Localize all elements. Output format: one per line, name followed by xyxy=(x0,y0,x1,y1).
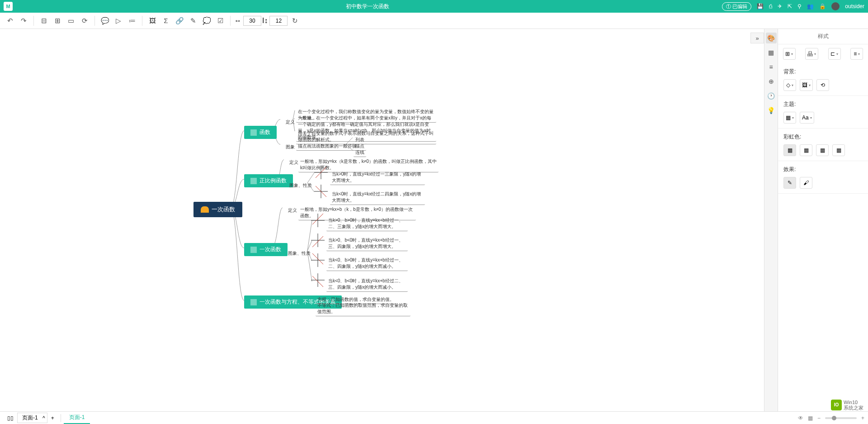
title-bar: M 初中数学一次函数 ① 已编辑 💾 ⎙ ✈ ⇱ ⚲ 👥 🔒 outsider xyxy=(0,0,868,13)
leaf-node[interactable]: 不等式：已知函数的取值范围，求自变量的取值范围。 xyxy=(316,301,410,316)
outline-tab-icon[interactable]: ≡ xyxy=(766,62,777,72)
theme-color-button[interactable]: ▦ xyxy=(783,112,796,124)
leaf-node[interactable]: 当k<0、b>0时，直线y=kx+b经过一、二、四象限，y随x的增大而减小。 xyxy=(326,256,408,271)
leaf-node[interactable]: 当k<0、b<0时，直线y=kx+b经过二、三、四象限，y随x的增大而减小。 xyxy=(326,277,408,292)
effect-label: 效果: xyxy=(783,166,863,173)
lock-icon[interactable]: 🔒 xyxy=(819,3,826,10)
width-icon: ↔ xyxy=(234,17,241,25)
branch-label: 函数 xyxy=(259,129,270,136)
background-label: 背景: xyxy=(783,68,863,76)
structure-button[interactable]: 品 xyxy=(805,48,818,60)
share-icon[interactable]: ⚲ xyxy=(797,3,802,10)
canvas[interactable]: 一次函数 函数 定义 在一个变化过程中，我们称数值变化的量为变量，数值始终不变的… xyxy=(0,29,778,411)
preview-icon[interactable]: 👁 xyxy=(798,415,803,421)
collaborate-icon[interactable]: 👥 xyxy=(807,3,814,10)
rainbow-opt-3[interactable]: ▦ xyxy=(816,144,829,156)
leaf-node[interactable]: 当k<0时，直线y=kx经过二四象限，y随x的增大而增大。 xyxy=(330,190,425,205)
rainbow-label: 彩虹色: xyxy=(783,133,863,141)
rainbow-opt-4[interactable]: ▦ xyxy=(832,144,845,156)
width-field[interactable] xyxy=(243,16,261,26)
branch-node[interactable]: 一次函数 xyxy=(244,243,288,256)
bg-reset-button[interactable]: ⟲ xyxy=(816,79,829,91)
watermark-logo-icon: IO xyxy=(831,400,842,410)
relationship-button[interactable]: ⟳ xyxy=(78,14,91,27)
mindmap: 一次函数 函数 定义 在一个变化过程中，我们称数值变化的量为变量，数值始终不变的… xyxy=(0,29,778,411)
subtopic-button[interactable]: ⊟ xyxy=(38,14,50,27)
leaf-node[interactable]: 当k>0、b>0时，直线y=kx+b经过一、二、三象限，y随x的增大而增大。 xyxy=(326,216,408,231)
page-tab[interactable]: 页面-1 xyxy=(64,412,90,424)
leaf-node[interactable]: 当k>0、b<0时，直线y=kx+b经过一、三、四象限，y随x的增大而增大。 xyxy=(326,236,408,251)
export-icon[interactable]: ⎙ xyxy=(769,3,772,10)
effect-brush-button[interactable]: 🖌 xyxy=(800,177,812,189)
branch-node[interactable]: 函数 xyxy=(244,126,277,139)
root-node[interactable]: 一次函数 xyxy=(193,202,242,217)
history-tab-icon[interactable]: 🕐 xyxy=(766,91,777,101)
layout-button[interactable]: ⊞ xyxy=(783,48,796,60)
undo-button[interactable]: ↶ xyxy=(4,14,16,27)
rainbow-opt-1[interactable]: ▦ xyxy=(783,144,796,156)
redo-button[interactable]: ↷ xyxy=(17,14,30,27)
task-button[interactable]: ☑ xyxy=(214,14,226,27)
main-area: 一次函数 函数 定义 在一个变化过程中，我们称数值变化的量为变量，数值始终不变的… xyxy=(0,29,868,411)
send-icon[interactable]: ✈ xyxy=(778,3,782,10)
summary-button[interactable]: ≔ xyxy=(126,14,138,27)
link-button[interactable]: 🔗 xyxy=(173,14,186,27)
bg-color-button[interactable]: ◇ xyxy=(783,79,796,91)
refresh-button[interactable]: ↻ xyxy=(288,14,301,27)
graph-thumb-icon xyxy=(314,166,328,179)
rainbow-opt-2[interactable]: ▦ xyxy=(800,144,812,156)
icons-tab-icon[interactable]: ⊕ xyxy=(766,76,777,87)
canvas-tab-icon[interactable]: ▦ xyxy=(766,47,777,58)
branch-icon xyxy=(250,129,257,136)
bg-image-button[interactable]: 🖼 xyxy=(800,79,813,91)
child-label[interactable]: 图象、性质 xyxy=(285,181,316,191)
save-icon[interactable]: 💾 xyxy=(757,3,764,10)
username[interactable]: outsider xyxy=(845,3,864,10)
collapse-panel-button[interactable]: » xyxy=(750,33,764,43)
comment-button[interactable]: 💭 xyxy=(200,14,213,27)
effect-pen-button[interactable]: ✎ xyxy=(783,177,796,189)
note-button[interactable]: ✎ xyxy=(187,14,199,27)
fontsize-field[interactable] xyxy=(269,16,288,26)
font-size-input[interactable]: I↕ xyxy=(262,16,288,26)
floating-topic-button[interactable]: ▭ xyxy=(65,14,77,27)
label-button[interactable]: ▷ xyxy=(112,14,125,27)
fit-icon[interactable]: ▦ xyxy=(808,415,813,421)
leaf-node[interactable]: 当k>0时，直线y=kx经过一三象限，y随x的增大而增大。 xyxy=(330,170,425,185)
idea-tab-icon[interactable]: 💡 xyxy=(766,105,777,116)
toolbar: ↶ ↷ ⊟ ⊞ ▭ ⟳ 💬 ▷ ≔ 🖼 Σ 🔗 ✎ 💭 ☑ ↔ I↕ ↻ xyxy=(0,13,868,29)
leaf-node[interactable]: 连线 xyxy=(354,148,366,157)
graph-thumb-icon xyxy=(311,233,325,247)
graph-thumb-icon xyxy=(311,273,325,287)
panel-title: 样式 xyxy=(778,29,868,44)
zoom-out-button[interactable]: − xyxy=(817,415,821,421)
add-page-button[interactable]: + xyxy=(47,413,58,423)
leaf-node[interactable]: 描点画法函数图象的一般步骤 xyxy=(296,142,359,151)
branch-label: 一次函数 xyxy=(259,246,281,253)
branch-icon xyxy=(250,299,257,305)
callout-button[interactable]: 💬 xyxy=(99,14,111,27)
root-icon xyxy=(201,206,209,213)
list-button[interactable]: ≡ xyxy=(850,48,863,60)
zoom-slider[interactable] xyxy=(825,417,857,419)
theme-label: 主题: xyxy=(783,100,863,108)
child-label[interactable]: 图象、性质 xyxy=(283,248,315,258)
user-avatar[interactable] xyxy=(831,2,840,10)
branch-button[interactable]: ⊏ xyxy=(828,48,841,60)
branch-icon xyxy=(250,247,257,253)
style-tab-icon[interactable]: 🎨 xyxy=(766,33,777,43)
sibling-topic-button[interactable]: ⊞ xyxy=(51,14,64,27)
share-out-icon[interactable]: ⇱ xyxy=(788,3,792,10)
image-button[interactable]: 🖼 xyxy=(146,14,159,27)
topic-width-input[interactable]: ↔ xyxy=(234,16,261,26)
theme-font-button[interactable]: Aa xyxy=(800,112,814,124)
zoom-in-button[interactable]: + xyxy=(861,415,864,421)
edited-badge: ① 已编辑 xyxy=(722,2,751,11)
page-selector[interactable]: 页面-1 ^ xyxy=(17,413,47,423)
right-toolstrip: 🎨 ▦ ≡ ⊕ 🕐 💡 xyxy=(764,29,778,411)
page-list-button[interactable]: ▯▯ xyxy=(4,413,17,423)
bottom-bar: ▯▯ 页面-1 ^ + 页面-1 👁 ▦ − + xyxy=(0,411,868,424)
style-panel: 样式 ⊞ 品 ⊏ ≡ 背景: ◇ 🖼 ⟲ 主题: ▦ Aa 彩虹色: ▦ xyxy=(778,29,868,411)
graph-thumb-icon xyxy=(314,185,328,198)
formula-button[interactable]: Σ xyxy=(160,14,172,27)
